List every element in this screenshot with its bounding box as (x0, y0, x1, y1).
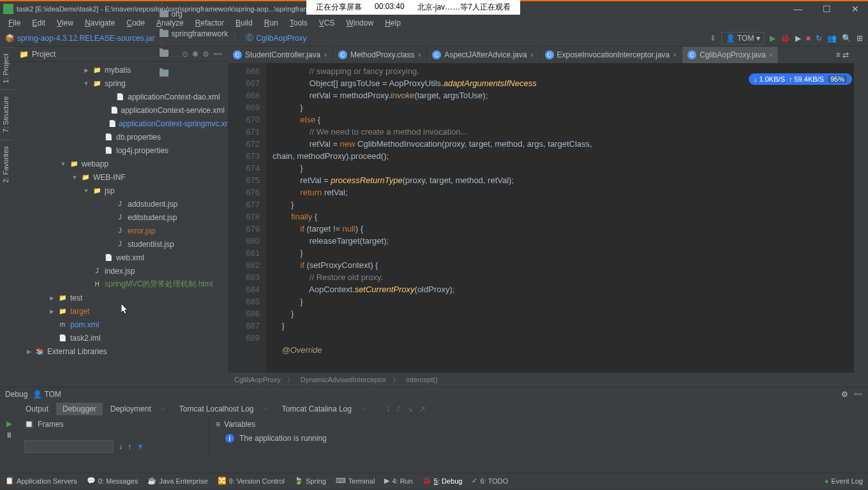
debug-hide-icon[interactable]: ➖ (853, 390, 863, 399)
pause-icon[interactable]: ⏸ (5, 431, 13, 440)
editor-tab[interactable]: CStudentController.java× (228, 47, 333, 63)
menu-navigate[interactable]: Navigate (80, 17, 120, 29)
debug-tab[interactable]: Output (19, 403, 55, 415)
settings-icon[interactable]: ⚙ (202, 50, 209, 59)
menu-help[interactable]: Help (380, 17, 406, 29)
tree-item[interactable]: Jeditstudent.jsp (14, 211, 228, 224)
event-log[interactable]: ● Event Log (825, 477, 863, 485)
step-icon[interactable]: ⤵ (386, 405, 390, 413)
code-crumb[interactable]: DynamicAdvisedInterceptor (301, 376, 387, 383)
menu-view[interactable]: View (52, 17, 79, 29)
tree-item[interactable]: ▶📁test (14, 291, 228, 304)
project-tree[interactable]: ▶📁mybatis▼📁spring📄applicationContext-dao… (14, 62, 228, 387)
line-gutter[interactable]: 6666676686696706716726736746756766776786… (228, 63, 266, 373)
toolbar-icon[interactable]: 👥 (827, 34, 837, 43)
search-icon[interactable]: 🔍 (842, 34, 851, 43)
tree-item[interactable]: ▼📁webapp (14, 157, 228, 170)
close-button[interactable]: ✕ (846, 4, 865, 14)
tree-item[interactable]: ▶📚External Libraries (14, 345, 228, 358)
tree-item[interactable]: Jstudentlist.jsp (14, 237, 228, 251)
prev-frame-icon[interactable]: ↓ (119, 442, 123, 451)
breadcrumb-file[interactable]: Ⓒ CglibAopProxy (246, 33, 306, 43)
close-tab-icon[interactable]: × (324, 52, 327, 59)
tree-item[interactable]: 📄web.xml (14, 251, 228, 264)
tree-item[interactable]: ▼📁spring (14, 77, 228, 90)
tree-item[interactable]: ▼📁WEB-INF (14, 170, 228, 184)
editor-tab[interactable]: CMethodProxy.class× (333, 47, 427, 63)
tree-item[interactable]: HspringMVC的异常处理机制.html (14, 278, 228, 291)
close-tab-icon[interactable]: × (417, 52, 421, 59)
gutter-tab[interactable]: 7: Structure (0, 89, 14, 139)
editor-tab[interactable]: CExposeInvocationInterceptor.java× (540, 47, 683, 63)
vcs-icon[interactable]: ⬇ (710, 34, 716, 43)
debug-button[interactable]: 🐞 (781, 34, 790, 43)
menu-tools[interactable]: Tools (285, 17, 313, 29)
resume-icon[interactable]: ▶ (6, 419, 12, 428)
tree-item[interactable]: 📄applicationContext-springmvc.xml (14, 117, 228, 130)
debug-tab[interactable]: Deployment (104, 403, 158, 415)
debug-tab[interactable]: Tomcat Catalina Log (276, 403, 358, 415)
toolbar-more[interactable]: ⊞ (857, 34, 863, 43)
bottom-tab[interactable]: 🍃Spring (294, 477, 326, 485)
tree-item[interactable]: 📄applicationContext-dao.xml (14, 90, 228, 103)
editor-tab[interactable]: CCglibAopProxy.java× (682, 47, 779, 63)
close-tab-icon[interactable]: × (673, 52, 677, 59)
step-icon[interactable]: ↗ (419, 405, 426, 413)
editor-tab[interactable]: CAspectJAfterAdvice.java× (427, 47, 539, 63)
bottom-tab[interactable]: 🐞5: Debug (423, 477, 463, 485)
menu-run[interactable]: Run (259, 17, 283, 29)
run-config[interactable]: 👤 TOM ▾ (721, 32, 765, 45)
collapse-icon[interactable]: ⊙ (182, 50, 188, 59)
minimize-button[interactable]: — (788, 4, 807, 14)
expand-icon[interactable]: ✱ (192, 50, 198, 59)
tree-item[interactable]: 📄task2.iml (14, 331, 228, 345)
bottom-tab[interactable]: 📋Application Servers (5, 477, 77, 485)
tree-item[interactable]: Jerror.jsp (14, 224, 228, 237)
debug-settings-icon[interactable]: ⚙ (841, 390, 848, 399)
maximize-button[interactable]: ☐ (817, 4, 836, 14)
close-tab-icon[interactable]: × (769, 52, 773, 59)
bottom-tab[interactable]: ⌨Terminal (336, 477, 375, 485)
step-icon[interactable]: ↘ (407, 405, 413, 413)
menu-window[interactable]: Window (341, 17, 378, 29)
debug-tab[interactable]: Tomcat Localhost Log (173, 403, 260, 415)
menu-vcs[interactable]: VCS (314, 17, 340, 29)
next-frame-icon[interactable]: ↑ (128, 442, 131, 451)
debug-tab[interactable]: Debugger (56, 403, 103, 415)
breadcrumb-item[interactable]: org (160, 10, 228, 19)
menu-build[interactable]: Build (230, 17, 258, 29)
gutter-tab[interactable]: 2: Favorites (0, 139, 14, 189)
breadcrumb-jar[interactable]: 📦 spring-aop-4.3.12.RELEASE-sources.jar (5, 34, 154, 43)
bottom-tab[interactable]: ☕Java Enterprise (147, 477, 207, 485)
menu-file[interactable]: File (3, 17, 26, 29)
tree-item[interactable]: 📄applicationContext-service.xml (14, 103, 228, 117)
stop-button[interactable]: ■ (806, 34, 811, 43)
menu-edit[interactable]: Edit (27, 17, 50, 29)
step-icon[interactable]: ⤴ (396, 405, 400, 413)
menu-code[interactable]: Code (121, 17, 150, 29)
code-crumb[interactable]: intercept() (406, 376, 438, 383)
tabs-more-icon[interactable]: ≡ ⇄ (831, 50, 854, 59)
bottom-tab[interactable]: 💬0: Messages (87, 477, 138, 485)
run-button[interactable]: ▶ (770, 34, 775, 43)
tree-item[interactable]: ▶📁mybatis (14, 63, 228, 77)
hide-icon[interactable]: ➖ (213, 50, 223, 59)
thread-select[interactable] (24, 440, 114, 453)
code-crumb[interactable]: CglibAopProxy (234, 376, 281, 383)
gutter-tab[interactable]: 1: Project (0, 47, 14, 89)
tree-item[interactable]: 📄log4j.properties (14, 144, 228, 157)
vcs-update-icon[interactable]: ↻ (816, 34, 822, 43)
close-tab-icon[interactable]: × (530, 52, 534, 59)
coverage-button[interactable]: ▶ (795, 34, 801, 43)
filter-icon[interactable]: ▼ (137, 442, 144, 451)
tree-item[interactable]: mpom.xml (14, 318, 228, 331)
bottom-tab[interactable]: 🔀9: Version Control (218, 477, 285, 485)
tree-item[interactable]: ▶📁target (14, 304, 228, 318)
bottom-tab[interactable]: ✓6: TODO (472, 477, 508, 485)
tree-item[interactable]: Jaddstudent.jsp (14, 197, 228, 211)
tree-item[interactable]: 📄db.properties (14, 130, 228, 144)
bottom-tab[interactable]: ▶4: Run (384, 477, 412, 485)
tree-item[interactable]: ▼📁jsp (14, 184, 228, 197)
breadcrumb-item[interactable]: springframework (160, 29, 228, 38)
code-editor[interactable]: // swapping or fancy proxying. Object[] … (266, 63, 854, 373)
